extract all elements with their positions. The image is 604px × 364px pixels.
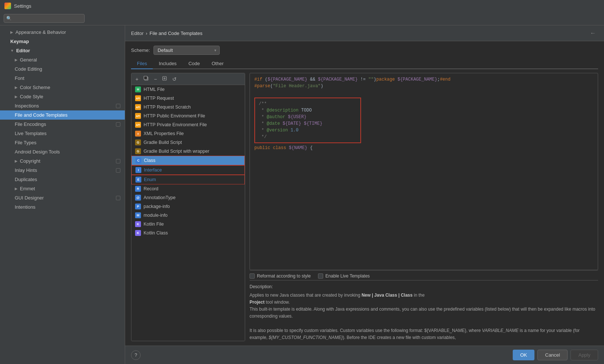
live-templates-checkbox-label[interactable]: Enable Live Templates	[318, 273, 370, 279]
code-line: * @version 1.0	[259, 127, 357, 134]
sidebar-item-general[interactable]: ▶ General	[0, 55, 125, 64]
bottom-left: ?	[131, 350, 141, 360]
sidebar-item-emmet[interactable]: ▶ Emmet	[0, 184, 125, 193]
sidebar-item-label: General	[20, 57, 37, 63]
reformat-checkbox[interactable]	[250, 273, 255, 279]
back-button[interactable]: ←	[588, 29, 598, 37]
list-item-record[interactable]: R Record	[131, 184, 245, 193]
sidebar-item-label: Font	[15, 75, 24, 81]
sidebar-item-gui-designer[interactable]: GUI Designer	[0, 193, 125, 202]
sidebar-item-live-templates[interactable]: Live Templates	[0, 129, 125, 138]
code-line: */	[259, 134, 357, 140]
description-title: Description:	[250, 283, 598, 290]
duplicate-template-button[interactable]	[160, 75, 169, 83]
reset-template-button[interactable]: ↺	[170, 75, 179, 83]
list-item-interface[interactable]: I Interface	[131, 165, 245, 175]
list-item[interactable]: API HTTP Private Environment File	[131, 120, 245, 129]
live-templates-label: Enable Live Templates	[325, 273, 370, 279]
ok-button[interactable]: OK	[513, 350, 534, 360]
breadcrumb-separator: ›	[146, 31, 147, 36]
sidebar-item-font[interactable]: Font	[0, 74, 125, 83]
breadcrumb-bar: Editor › File and Code Templates ←	[125, 25, 604, 41]
description-text: Applies to new Java classes that are cre…	[250, 292, 598, 341]
sidebar-item-duplicates[interactable]: Duplicates	[0, 175, 125, 184]
live-templates-checkbox[interactable]	[318, 273, 323, 279]
tab-other[interactable]: Other	[206, 59, 230, 69]
enum-icon: E	[135, 177, 141, 183]
svg-rect-1	[144, 76, 147, 79]
sidebar-item-file-encodings[interactable]: File Encodings	[0, 120, 125, 129]
chevron-right-icon: ▶	[15, 95, 18, 99]
desc-text-1: Applies to new Java classes that are cre…	[250, 293, 361, 298]
sidebar-item-file-code-templates[interactable]: File and Code Templates	[0, 110, 125, 120]
split-area: + −	[131, 73, 598, 341]
code-editor[interactable]: #if (${PACKAGE_NAME} && ${PACKAGE_NAME} …	[250, 73, 598, 270]
file-item-label: module-info	[144, 213, 167, 218]
annotation-icon: @	[135, 195, 141, 201]
remove-template-button[interactable]: −	[152, 75, 159, 83]
list-item[interactable]: API HTTP Request Scratch	[131, 103, 245, 112]
list-item-annotation[interactable]: @ AnnotationType	[131, 193, 245, 202]
breadcrumb: Editor › File and Code Templates	[131, 31, 202, 36]
sidebar-item-file-types[interactable]: File Types	[0, 138, 125, 147]
tab-includes[interactable]: Includes	[153, 59, 182, 69]
file-list: H HTML File API HTTP Request API HTTP Re…	[131, 85, 245, 341]
list-item[interactable]: API HTTP Request	[131, 94, 245, 103]
title-bar: Settings	[0, 0, 604, 12]
content-area: ▶ Appearance & Behavior Keymap ▼ Editor …	[0, 25, 604, 364]
list-item[interactable]: X XML Properties File	[131, 129, 245, 138]
desc-text-2: in the	[413, 293, 425, 298]
file-item-label: Enum	[144, 177, 156, 182]
settings-icon	[116, 104, 120, 108]
list-item-class[interactable]: C Class	[131, 156, 245, 165]
list-item[interactable]: G Gradle Build Script with wrapper	[131, 147, 245, 156]
chevron-down-icon: ▼	[10, 49, 14, 53]
apply-button[interactable]: Apply	[571, 350, 598, 360]
sidebar-item-keymap[interactable]: Keymap	[0, 37, 125, 46]
code-line: #if (${PACKAGE_NAME} && ${PACKAGE_NAME} …	[254, 76, 593, 83]
list-item-kotlin-class[interactable]: K Kotlin Class	[131, 229, 245, 237]
file-item-label: Interface	[144, 167, 162, 173]
title-bar-text: Settings	[14, 3, 31, 9]
search-input[interactable]	[4, 14, 85, 23]
bottom-bar: ? OK Cancel Apply	[125, 346, 604, 364]
tab-files[interactable]: Files	[131, 59, 153, 69]
sidebar-item-code-editing[interactable]: Code Editing	[0, 64, 125, 74]
http-scratch-icon: API	[135, 104, 141, 110]
chevron-right-icon: ▶	[15, 187, 18, 191]
desc-bold-1: New | Java Class | Class	[361, 293, 413, 298]
sidebar-item-inspections[interactable]: Inspections	[0, 101, 125, 110]
sidebar-item-code-style[interactable]: ▶ Code Style	[0, 92, 125, 101]
list-item-enum[interactable]: E Enum	[131, 175, 245, 184]
sidebar-item-editor[interactable]: ▼ Editor	[0, 46, 125, 55]
code-line: * @date ${DATE} ${TIME}	[259, 120, 357, 127]
sidebar-item-appearance-behavior[interactable]: ▶ Appearance & Behavior	[0, 28, 125, 37]
sidebar-item-intentions[interactable]: Intentions	[0, 202, 125, 212]
add-template-button[interactable]: +	[134, 75, 140, 83]
sidebar: ▶ Appearance & Behavior Keymap ▼ Editor …	[0, 25, 125, 364]
copy-template-button[interactable]	[142, 75, 151, 83]
code-line: #parse("File Header.java")	[254, 83, 593, 89]
help-button[interactable]: ?	[131, 350, 141, 360]
scheme-select[interactable]: Default Project	[153, 46, 220, 55]
cancel-button[interactable]: Cancel	[537, 350, 568, 360]
reformat-checkbox-label[interactable]: Reformat according to style	[250, 273, 311, 279]
sidebar-item-android-design[interactable]: Android Design Tools	[0, 147, 125, 156]
list-item-package-info[interactable]: P package-info	[131, 202, 245, 211]
list-item[interactable]: H HTML File	[131, 85, 245, 94]
sidebar-item-inlay-hints[interactable]: Inlay Hints	[0, 166, 125, 175]
editor-options: Reformat according to style Enable Live …	[250, 270, 598, 280]
scheme-label: Scheme:	[131, 47, 150, 53]
sidebar-item-copyright[interactable]: ▶ Copyright	[0, 156, 125, 166]
file-item-label: XML Properties File	[144, 131, 184, 136]
list-item-kotlin-file[interactable]: K Kotlin File	[131, 220, 245, 229]
settings-icon	[116, 122, 120, 127]
description-panel: Description: Applies to new Java classes…	[250, 280, 598, 342]
list-item[interactable]: G Gradle Build Script	[131, 138, 245, 147]
sidebar-item-label: Code Style	[20, 94, 43, 99]
list-item[interactable]: API HTTP Public Environment File	[131, 112, 245, 120]
list-item-module-info[interactable]: M module-info	[131, 211, 245, 220]
tab-code[interactable]: Code	[183, 59, 206, 69]
sidebar-item-color-scheme[interactable]: ▶ Color Scheme	[0, 83, 125, 92]
class-icon: C	[135, 158, 141, 163]
